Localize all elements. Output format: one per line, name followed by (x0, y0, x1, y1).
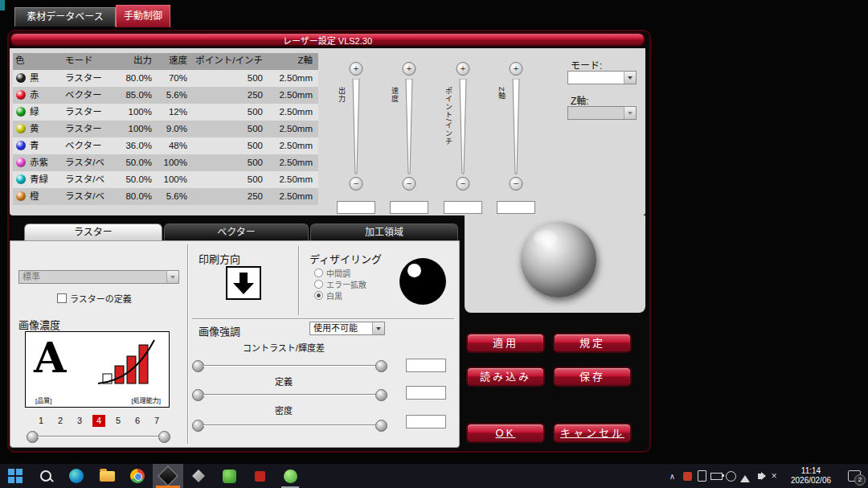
contrast-slider-track[interactable] (203, 365, 375, 367)
ppi-vslider[interactable]: + ポイント/インチ − (439, 59, 487, 220)
slider-track[interactable] (403, 79, 416, 175)
power-value-input[interactable] (337, 201, 375, 214)
contrast-slider-handle[interactable] (192, 360, 204, 372)
contrast-value-input[interactable] (406, 359, 446, 372)
power-vslider[interactable]: + 出力 − (332, 59, 380, 220)
notification-center-button[interactable]: 2 (841, 464, 868, 488)
defaults-button[interactable]: 規定 (553, 333, 632, 353)
table-row[interactable]: 青緑ラスタ/ベ50.0%100%5002.50mm (13, 171, 318, 188)
volume-icon[interactable] (753, 464, 766, 488)
taskbar-app-green[interactable] (214, 464, 244, 488)
definition-value-input[interactable] (406, 386, 446, 400)
density-level[interactable]: 3 (73, 415, 86, 427)
tray-app-icon[interactable] (681, 464, 694, 488)
density-level[interactable]: 6 (131, 415, 144, 427)
save-button[interactable]: 保存 (553, 367, 632, 387)
slider-track[interactable] (510, 79, 522, 175)
tab-raster[interactable]: ラスター (24, 223, 162, 240)
zaxis-value-input[interactable] (497, 201, 535, 214)
table-row[interactable]: 青ベクター36.0%48%5002.50mm (13, 137, 318, 154)
minus-icon[interactable]: − (350, 177, 363, 191)
table-row[interactable]: 黄ラスター100%9.0%5002.50mm (13, 121, 318, 137)
density-level[interactable]: 5 (112, 415, 125, 427)
taskbar-app-red[interactable] (244, 464, 275, 488)
raster-definition-row[interactable]: ラスターの定義 (57, 291, 132, 306)
minus-icon[interactable]: − (510, 177, 523, 191)
density-level-selected[interactable]: 4 (92, 415, 105, 427)
density-level[interactable]: 7 (150, 415, 163, 427)
image-enhance-select[interactable]: 使用不可能 (309, 322, 385, 335)
speed-value-input[interactable] (390, 201, 428, 214)
definition-slider-track[interactable] (203, 394, 375, 396)
load-button[interactable]: 読み込み (466, 367, 545, 387)
tab-processing-area[interactable]: 加工領域 (310, 223, 458, 240)
battery-icon[interactable] (710, 464, 723, 488)
print-direction-button[interactable] (226, 266, 261, 300)
start-button[interactable] (0, 464, 31, 488)
dropdown-button[interactable] (372, 322, 384, 334)
table-row[interactable]: 黒ラスター80.0%70%5002.50mm (13, 70, 318, 87)
tab-vector[interactable]: ベクター (164, 223, 309, 240)
density-enh-slider-track[interactable] (203, 424, 375, 426)
minus-icon[interactable]: − (403, 177, 416, 191)
dither-option-black-white[interactable]: 白黒 (314, 288, 342, 302)
cancel-button[interactable]: キャンセル (553, 423, 632, 443)
contrast-slider-handle[interactable] (375, 360, 387, 372)
taskbar-app-green-running[interactable] (275, 464, 305, 488)
wifi-icon[interactable] (739, 464, 751, 488)
taskbar-explorer[interactable] (92, 464, 122, 488)
color-swatch (16, 90, 26, 100)
dropdown-button[interactable] (166, 271, 178, 283)
search-button[interactable] (31, 464, 61, 488)
plus-icon[interactable]: + (350, 62, 363, 76)
plus-icon[interactable]: + (457, 62, 470, 76)
tab-material-database[interactable]: 素材データベース (14, 7, 116, 27)
zaxis-select[interactable] (567, 106, 637, 120)
table-row[interactable]: 赤ベクター85.0%5.6%2502.50mm (13, 87, 318, 104)
desktop: 素材データベース 手動制御 レーザー設定 VLS2.30 色モード出力速度ポイン… (0, 0, 868, 488)
table-row[interactable]: 緑ラスター100%12%5002.50mm (13, 104, 318, 121)
density-scale[interactable]: 1 2 3 4 5 6 7 (35, 415, 163, 427)
network-icon[interactable] (724, 464, 737, 488)
density-level[interactable]: 1 (35, 415, 47, 427)
tray-expand-chevron[interactable]: ∧ (665, 472, 680, 481)
table-row[interactable]: 橙ラスタ/ベ80.0%5.6%2502.50mm (13, 188, 318, 205)
tab-manual-control[interactable]: 手動制御 (116, 5, 170, 27)
ppi-value-input[interactable] (444, 201, 482, 214)
taskbar-edge[interactable] (61, 464, 92, 488)
plus-icon[interactable]: + (510, 62, 523, 76)
density-enh-slider-handle[interactable] (375, 420, 387, 432)
clipboard-icon[interactable] (695, 464, 708, 488)
taskbar-inkscape-active[interactable] (153, 464, 183, 488)
taskbar-app-silver[interactable] (183, 464, 214, 488)
slider-track[interactable] (350, 79, 362, 175)
minus-icon[interactable]: − (457, 177, 470, 191)
sample-letter: A (34, 334, 66, 382)
density-enh-value-input[interactable] (406, 415, 446, 429)
speed-vslider[interactable]: + 速度 − (385, 59, 433, 220)
preset-select[interactable]: 標準 (18, 270, 179, 284)
density-slider-track[interactable] (38, 436, 158, 437)
chrome-icon (130, 469, 145, 483)
density-level[interactable]: 2 (54, 415, 67, 427)
density-slider-handle[interactable] (158, 431, 170, 443)
dropdown-button[interactable] (624, 72, 636, 84)
definition-slider-handle[interactable] (192, 389, 204, 401)
chevron-down-icon (376, 327, 381, 333)
plus-icon[interactable]: + (403, 62, 416, 76)
density-enh-slider-handle[interactable] (192, 420, 204, 432)
mode-select[interactable] (567, 71, 637, 84)
radio-icon[interactable] (314, 291, 323, 300)
density-slider-handle[interactable] (27, 431, 39, 443)
apply-button[interactable]: 適用 (466, 333, 545, 353)
ok-button[interactable]: OK (466, 423, 545, 443)
taskbar-clock[interactable]: 11:14 2026/02/06 (781, 466, 841, 486)
raster-definition-checkbox[interactable] (57, 293, 67, 303)
taskbar-chrome[interactable] (122, 464, 153, 488)
definition-slider-handle[interactable] (375, 389, 387, 401)
table-row[interactable]: 赤紫ラスタ/ベ50.0%100%5002.50mm (13, 154, 318, 171)
dropdown-button[interactable] (624, 107, 636, 119)
slider-track[interactable] (457, 79, 469, 175)
vslider-label: Z軸 (497, 87, 507, 100)
zaxis-vslider[interactable]: + Z軸 − (492, 59, 540, 220)
